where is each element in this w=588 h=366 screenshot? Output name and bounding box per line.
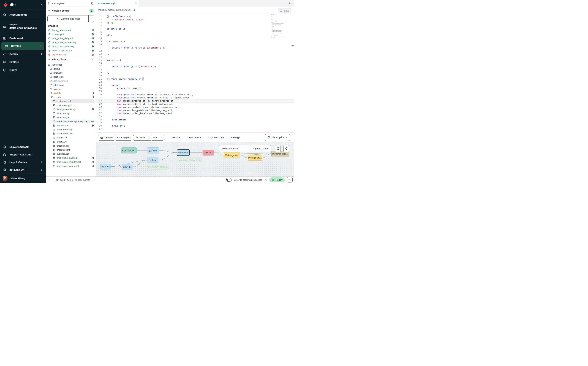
commit-dropdown-button[interactable] bbox=[89, 15, 94, 22]
lineage-node-orders[interactable]: orders bbox=[147, 157, 158, 163]
tree-item[interactable]: models.yml bbox=[46, 123, 96, 128]
stage-plus-icon[interactable] bbox=[91, 108, 94, 111]
version-control-header[interactable]: Version control 8 bbox=[48, 8, 94, 13]
tree-item[interactable]: marts bbox=[46, 95, 96, 99]
row-menu-icon[interactable]: ••• bbox=[91, 120, 94, 123]
dbt-copilot-button[interactable]: dbt Copilot bbox=[265, 134, 290, 141]
stage-plus-icon[interactable] bbox=[91, 161, 94, 163]
lint-button[interactable]: Lint bbox=[151, 135, 164, 141]
compile-button[interactable]: Compile bbox=[115, 135, 132, 141]
change-row[interactable]: time_spine_minutes.sql bbox=[46, 40, 96, 44]
tree-item[interactable]: time_spine_minutes.sql bbox=[46, 160, 96, 164]
fullscreen-button[interactable] bbox=[275, 145, 281, 152]
tree-item[interactable]: time_spine_daily.sql bbox=[46, 156, 96, 160]
tree-item[interactable]: analyses bbox=[46, 71, 96, 75]
lineage-node-stg_orders[interactable]: stg_orders bbox=[100, 164, 111, 169]
docs-compass-icon[interactable] bbox=[132, 8, 135, 12]
build-button[interactable]: Build bbox=[133, 135, 152, 141]
tab-compiled-code[interactable]: Compiled code bbox=[208, 133, 224, 142]
tab-results[interactable]: Results bbox=[172, 133, 180, 142]
lineage-node-customers[interactable]: customers bbox=[177, 149, 190, 156]
tree-item[interactable]: orders.sql bbox=[46, 136, 96, 140]
stage-plus-icon[interactable] bbox=[91, 45, 94, 48]
stage-plus-icon[interactable] bbox=[91, 157, 94, 159]
new-tab-button[interactable]: + bbox=[285, 0, 294, 7]
change-row[interactable]: order_snapshot.yml bbox=[46, 48, 96, 53]
code-editor[interactable]: 1{{ config(meta = {2 'favorite_food': 'p… bbox=[96, 13, 294, 132]
lineage-selector-input[interactable]: 2+customers+2 bbox=[219, 145, 251, 152]
tree-item[interactable]: macros bbox=[46, 87, 96, 91]
sidebar-item-dbt-labs-dx[interactable]: dbt Labs DX bbox=[0, 166, 46, 174]
tree-item[interactable]: customers.yml bbox=[46, 103, 96, 107]
tree-item[interactable]: order_items.sql bbox=[46, 128, 96, 132]
stage-plus-icon[interactable] bbox=[91, 124, 94, 127]
lineage-node-test_oi[interactable]: test_order_items_com... bbox=[179, 157, 201, 163]
tree-item[interactable]: products.sql bbox=[46, 144, 96, 148]
sidebar-item-help-guides[interactable]: Help & Guides bbox=[0, 158, 46, 166]
copy-icon[interactable] bbox=[90, 2, 94, 5]
tree-item[interactable]: time_spine_yearly.sql bbox=[46, 164, 96, 167]
change-row[interactable]: stg_orders.sql bbox=[46, 53, 96, 56]
lineage-canvas[interactable]: count_lifetim...ecom.raw_cu...stg_custo.… bbox=[96, 142, 294, 177]
sidebar-item-develop[interactable]: Develop bbox=[1, 42, 44, 50]
tree-item[interactable]: jaffle-data bbox=[46, 83, 96, 87]
sidebar-item-query[interactable]: Query bbox=[0, 66, 46, 74]
change-row[interactable]: time_spine_daily.sql bbox=[46, 36, 96, 40]
sidebar-item-support-assistant[interactable]: Support Assistant bbox=[0, 151, 46, 158]
tab-code-quality[interactable]: Code quality bbox=[187, 133, 201, 142]
tree-item[interactable]: fiscal_calendar.sql bbox=[46, 107, 96, 111]
lineage-node-ecom[interactable]: ecom.raw_cu... bbox=[121, 147, 137, 153]
sidebar-item-deploy[interactable]: Deploy bbox=[0, 50, 46, 58]
collapse-command-bar-button[interactable] bbox=[46, 177, 53, 183]
change-row[interactable]: models.yml bbox=[46, 32, 96, 36]
tree-item[interactable]: locations.yml bbox=[46, 115, 96, 119]
change-row[interactable]: time_spine_yearly.sql bbox=[46, 44, 96, 48]
stage-plus-icon[interactable] bbox=[91, 37, 94, 40]
tree-item[interactable]: .github bbox=[46, 67, 96, 71]
refresh-button[interactable] bbox=[283, 145, 289, 152]
sidebar-item-user[interactable]: Mirna Wong bbox=[0, 174, 46, 183]
tab-lineage[interactable]: Lineage bbox=[231, 133, 240, 142]
help-question-icon[interactable] bbox=[264, 178, 267, 181]
stage-plus-icon[interactable] bbox=[91, 33, 94, 36]
command-input[interactable]: dbt build --select <model_name> bbox=[56, 179, 91, 181]
save-button[interactable]: Save bbox=[278, 8, 291, 13]
defer-toggle[interactable] bbox=[226, 178, 232, 182]
tab-customers-sql[interactable]: customers.sql ✕ bbox=[96, 0, 139, 7]
search-icon[interactable] bbox=[90, 58, 94, 61]
minimap[interactable]: {{ config(meta = { 'favorite_food': 'piz… bbox=[271, 14, 292, 38]
stage-plus-icon[interactable] bbox=[91, 165, 94, 167]
stage-plus-icon[interactable] bbox=[91, 29, 94, 32]
stage-plus-icon[interactable] bbox=[91, 49, 94, 52]
status-badge[interactable]: Ready bbox=[269, 177, 285, 182]
lineage-node-pink[interactable]: custom... bbox=[202, 150, 214, 155]
more-options-button[interactable]: ●●● bbox=[287, 177, 293, 183]
sidebar-collapse-icon[interactable] bbox=[39, 3, 43, 7]
change-row[interactable]: fiscal_calendar.sql bbox=[46, 28, 96, 32]
scrollbar-thumb[interactable] bbox=[291, 46, 294, 46]
file-explorer-header[interactable]: File explorer bbox=[48, 57, 94, 62]
sidebar-item-leave-feedback[interactable]: Leave feedback bbox=[0, 143, 46, 151]
lineage-node-order_it[interactable]: order_it... bbox=[122, 164, 133, 170]
stage-plus-icon[interactable] bbox=[91, 41, 94, 44]
tree-item[interactable]: orders.yml bbox=[46, 140, 96, 144]
lineage-node-avg[interactable]: average_ord... bbox=[248, 155, 262, 161]
update-graph-button[interactable]: Update Graph bbox=[251, 145, 271, 152]
preview-button[interactable]: Preview bbox=[98, 135, 115, 141]
sidebar-item-explore[interactable]: Explore bbox=[0, 58, 46, 66]
tree-item[interactable]: customers.sql bbox=[46, 99, 96, 103]
lineage-node-stg_custo[interactable]: stg_custo... bbox=[147, 147, 159, 153]
tree-item[interactable]: dbt_packages bbox=[46, 79, 96, 83]
sidebar-item-account-home[interactable]: Account home bbox=[0, 10, 46, 20]
tree-item[interactable]: order_items.yml bbox=[46, 132, 96, 136]
lineage-node-test_sc[interactable]: test_supply_costs_s... bbox=[148, 164, 169, 170]
close-icon[interactable]: ✕ bbox=[135, 2, 137, 5]
tree-item[interactable]: models bbox=[46, 91, 96, 95]
lint-dropdown-button[interactable] bbox=[159, 135, 164, 140]
tree-item[interactable]: data-tests bbox=[46, 75, 96, 79]
tree-item[interactable]: locations.sql bbox=[46, 111, 96, 115]
tree-item[interactable]: products.yml bbox=[46, 148, 96, 152]
tree-item[interactable]: jaffle-shop bbox=[46, 63, 96, 67]
tree-item[interactable]: supplies.sql bbox=[46, 152, 96, 156]
tree-item[interactable]: metricflow_time_spine.sql••• bbox=[46, 119, 96, 123]
